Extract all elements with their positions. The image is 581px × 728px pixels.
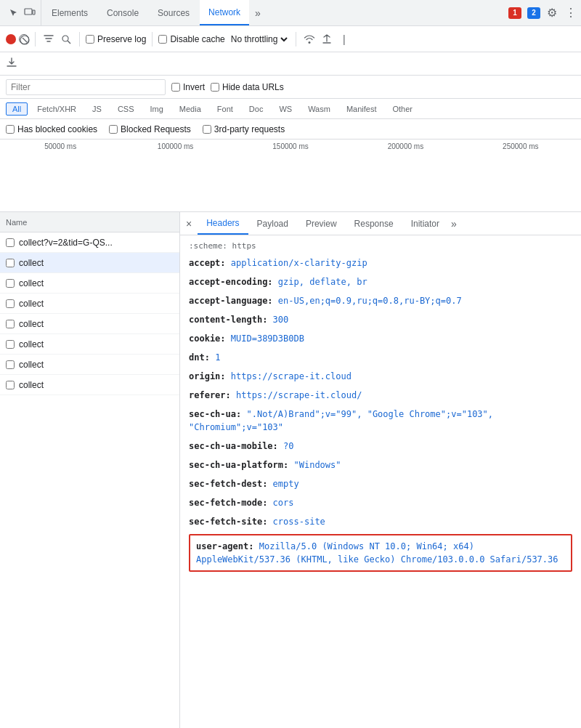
request-item-4-name: collect xyxy=(19,319,44,329)
request-item-7-checkbox[interactable] xyxy=(6,381,15,389)
headers-content: :scheme: https accept: application/x-cla… xyxy=(180,235,581,578)
disable-cache-checkbox[interactable]: Disable cache xyxy=(158,34,224,44)
tab-sources[interactable]: Sources xyxy=(149,0,198,25)
timeline-label-4: 250000 ms xyxy=(463,142,578,150)
cursor-icon[interactable] xyxy=(7,7,20,20)
more-network-icon[interactable]: | xyxy=(337,32,352,46)
preserve-log-input[interactable] xyxy=(86,35,94,44)
header-accept-encoding: accept-encoding: gzip, deflate, br xyxy=(189,272,572,291)
filter-icon[interactable] xyxy=(41,32,56,46)
filter-type-ws[interactable]: WS xyxy=(272,102,298,116)
search-icon[interactable] xyxy=(59,32,73,46)
detail-tabs: × Headers Payload Preview Response Initi… xyxy=(180,212,581,235)
detail-panel: × Headers Payload Preview Response Initi… xyxy=(180,212,581,728)
request-item-6-name: collect xyxy=(19,360,44,370)
timeline-label-1: 100000 ms xyxy=(118,142,232,150)
name-column-header: Name xyxy=(6,218,27,227)
invert-label: Invert xyxy=(183,82,205,92)
detail-more-tabs[interactable]: » xyxy=(448,218,460,230)
tab-bar: Elements Console Sources Network » 1 2 ⚙… xyxy=(0,0,581,26)
toolbar: Preserve log Disable cache No throttling… xyxy=(0,26,581,52)
timeline: 50000 ms 100000 ms 150000 ms 200000 ms 2… xyxy=(0,139,581,212)
timeline-label-3: 200000 ms xyxy=(348,142,463,150)
request-item-4[interactable]: collect xyxy=(0,314,179,334)
blocked-requests-checkbox[interactable]: Blocked Requests xyxy=(109,124,191,134)
request-item-5[interactable]: collect xyxy=(0,334,179,355)
request-item-6[interactable]: collect xyxy=(0,355,179,375)
request-item-5-checkbox[interactable] xyxy=(6,340,15,349)
filter-type-css[interactable]: CSS xyxy=(111,102,141,116)
request-item-3-checkbox[interactable] xyxy=(6,299,15,308)
filter-type-row: All Fetch/XHR JS CSS Img Media Font Doc … xyxy=(0,99,581,119)
filter-type-other[interactable]: Other xyxy=(386,102,419,116)
disable-cache-input[interactable] xyxy=(158,35,167,44)
filter-type-media[interactable]: Media xyxy=(173,102,208,116)
device-icon[interactable] xyxy=(23,7,36,20)
detail-tab-headers[interactable]: Headers xyxy=(198,212,248,235)
detail-tab-payload[interactable]: Payload xyxy=(248,212,297,235)
tab-network[interactable]: Network xyxy=(200,0,249,25)
request-item-1[interactable]: collect xyxy=(0,253,179,273)
tab-elements[interactable]: Elements xyxy=(43,0,97,25)
request-item-3-name: collect xyxy=(19,299,44,309)
blocked-cookies-input[interactable] xyxy=(6,125,15,134)
scheme-header: :scheme: https xyxy=(189,238,572,254)
detail-tab-response[interactable]: Response xyxy=(346,212,402,235)
record-button[interactable] xyxy=(6,34,16,44)
hide-data-urls-checkbox[interactable]: Hide data URLs xyxy=(211,82,284,92)
hide-data-urls-input[interactable] xyxy=(211,83,219,92)
filter-type-manifest[interactable]: Manifest xyxy=(340,102,383,116)
request-item-1-checkbox[interactable] xyxy=(6,259,15,267)
filter-type-img[interactable]: Img xyxy=(144,102,170,116)
filter-type-js[interactable]: JS xyxy=(86,102,108,116)
wifi-icon[interactable] xyxy=(302,32,317,46)
tab-more[interactable]: » xyxy=(251,7,265,19)
invert-input[interactable] xyxy=(171,83,180,92)
request-item-4-checkbox[interactable] xyxy=(6,320,15,328)
request-item-2[interactable]: collect xyxy=(0,273,179,294)
more-options-icon[interactable]: ⋮ xyxy=(564,6,578,20)
third-party-input[interactable] xyxy=(203,125,211,134)
svg-rect-0 xyxy=(25,9,32,15)
throttling-select[interactable]: No throttling xyxy=(228,33,290,45)
request-item-3[interactable]: collect xyxy=(0,294,179,314)
request-item-2-checkbox[interactable] xyxy=(6,279,15,288)
third-party-checkbox[interactable]: 3rd-party requests xyxy=(203,124,285,134)
tab-console[interactable]: Console xyxy=(98,0,147,25)
request-item-6-checkbox[interactable] xyxy=(6,360,15,369)
header-sec-fetch-mode: sec-fetch-mode: cors xyxy=(189,493,572,512)
filter-type-fetch-xhr[interactable]: Fetch/XHR xyxy=(31,102,83,116)
blocked-requests-label: Blocked Requests xyxy=(121,124,191,134)
devtools-icons xyxy=(3,0,41,25)
blocked-requests-input[interactable] xyxy=(109,125,118,134)
blocked-cookies-checkbox[interactable]: Has blocked cookies xyxy=(6,124,97,134)
request-list-header: Name xyxy=(0,212,179,232)
detail-tab-initiator[interactable]: Initiator xyxy=(402,212,448,235)
separator2 xyxy=(79,32,80,46)
close-detail-button[interactable]: × xyxy=(186,218,192,230)
header-sec-ch-ua: sec-ch-ua: ".Not/A)Brand";v="99", "Googl… xyxy=(189,405,572,437)
separator4 xyxy=(296,32,296,46)
filter-input[interactable] xyxy=(6,79,166,95)
stop-button[interactable] xyxy=(19,34,29,44)
filter-type-wasm[interactable]: Wasm xyxy=(301,102,337,116)
download-icon[interactable] xyxy=(6,57,17,71)
preserve-log-checkbox[interactable]: Preserve log xyxy=(86,34,146,44)
detail-tab-preview[interactable]: Preview xyxy=(297,212,346,235)
request-list: Name collect?v=2&tid=G-QS... collect col… xyxy=(0,212,180,728)
request-item-0[interactable]: collect?v=2&tid=G-QS... xyxy=(0,232,179,253)
settings-icon[interactable]: ⚙ xyxy=(545,6,559,20)
svg-point-2 xyxy=(20,36,29,44)
blocked-cookies-label: Has blocked cookies xyxy=(17,124,97,134)
invert-checkbox[interactable]: Invert xyxy=(171,82,205,92)
tab-actions: 1 2 ⚙ ⋮ xyxy=(507,6,578,20)
svg-point-4 xyxy=(62,36,68,41)
filter-type-all[interactable]: All xyxy=(6,102,28,116)
filter-type-doc[interactable]: Doc xyxy=(243,102,270,116)
svg-line-3 xyxy=(23,38,27,42)
request-item-2-name: collect xyxy=(19,278,44,288)
upload-icon[interactable] xyxy=(320,32,334,46)
request-item-0-checkbox[interactable] xyxy=(6,238,15,247)
request-item-7[interactable]: collect xyxy=(0,375,179,395)
filter-type-font[interactable]: Font xyxy=(211,102,240,116)
